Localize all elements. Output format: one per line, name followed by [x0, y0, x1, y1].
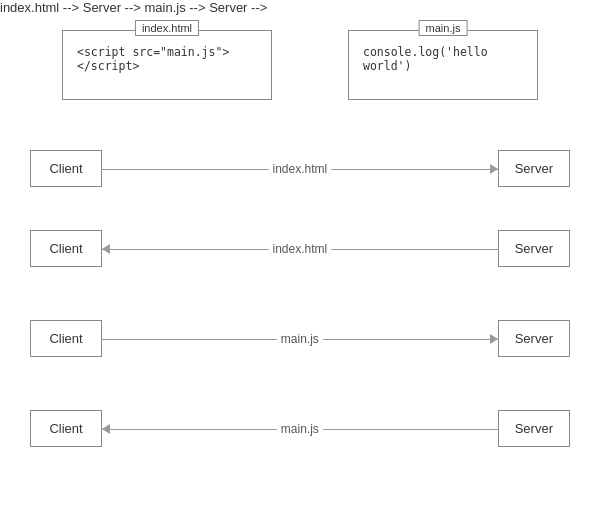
client-box-1: Client [30, 150, 102, 187]
arrow-row-2: Client index.html Server [30, 230, 570, 267]
server-box-1: Server [498, 150, 570, 187]
arrow-4: main.js [102, 422, 498, 436]
server-box-3: Server [498, 320, 570, 357]
client-box-3: Client [30, 320, 102, 357]
arrow-2: index.html [102, 242, 498, 256]
arrow-row-3: Client main.js Server [30, 320, 570, 357]
client-box-4: Client [30, 410, 102, 447]
client-box-2: Client [30, 230, 102, 267]
server-box-2: Server [498, 230, 570, 267]
arrow-row-1: Client index.html Server [30, 150, 570, 187]
diagram-container: index.html <script src="main.js"></scrip… [0, 0, 600, 515]
arrow-1: index.html [102, 162, 498, 176]
main-js-box: main.js console.log('hello world') [348, 30, 538, 100]
arrow-3: main.js [102, 332, 498, 346]
index-html-box: index.html <script src="main.js"></scrip… [62, 30, 272, 100]
arrow-2-label: index.html [269, 242, 332, 256]
index-html-label: index.html [135, 20, 199, 36]
arrow-1-label: index.html [269, 162, 332, 176]
main-js-content: console.log('hello world') [363, 45, 523, 73]
main-js-label: main.js [419, 20, 468, 36]
server-box-4: Server [498, 410, 570, 447]
arrow-row-4: Client main.js Server [30, 410, 570, 447]
arrow-3-label: main.js [277, 332, 323, 346]
arrow-4-label: main.js [277, 422, 323, 436]
index-html-content: <script src="main.js"></script> [77, 45, 257, 73]
